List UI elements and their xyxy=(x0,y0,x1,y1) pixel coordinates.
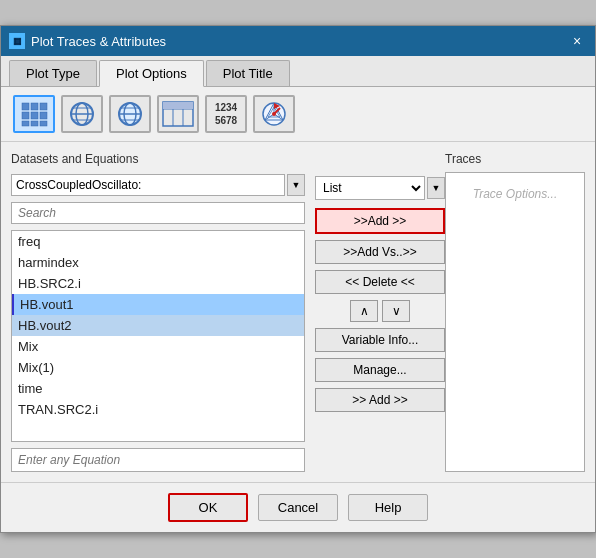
app-icon: ▦ xyxy=(9,33,25,49)
middle-panel: List ▼ >>Add >> >>Add Vs..>> << Delete <… xyxy=(315,152,445,472)
list-item[interactable]: TRAN.SRC2.i xyxy=(12,399,304,420)
list-item[interactable]: harmindex xyxy=(12,252,304,273)
icon-btn-numeric[interactable]: 1234 5678 xyxy=(205,95,247,133)
list-item[interactable]: time xyxy=(12,378,304,399)
close-button[interactable]: × xyxy=(567,31,587,51)
delete-button[interactable]: << Delete << xyxy=(315,270,445,294)
svg-rect-8 xyxy=(40,121,47,126)
icon-btn-table[interactable] xyxy=(157,95,199,133)
variable-list: freq harmindex HB.SRC2.i HB.vout1 HB.vou… xyxy=(11,230,305,442)
manage-button[interactable]: Manage... xyxy=(315,358,445,382)
right-panel: Traces Trace Options... xyxy=(445,152,585,472)
cancel-button[interactable]: Cancel xyxy=(258,494,338,521)
tab-bar: Plot Type Plot Options Plot Title xyxy=(1,56,595,87)
tab-plot-type[interactable]: Plot Type xyxy=(9,60,97,86)
bottom-bar: OK Cancel Help xyxy=(1,482,595,532)
icon-btn-radar[interactable] xyxy=(253,95,295,133)
datasets-label: Datasets and Equations xyxy=(11,152,305,166)
list-item[interactable]: Mix(1) xyxy=(12,357,304,378)
icon-btn-globe2[interactable] xyxy=(109,95,151,133)
dialog-title: Plot Traces & Attributes xyxy=(31,34,166,49)
list-type-dropdown[interactable]: List xyxy=(315,176,425,200)
dataset-dropdown-arrow[interactable]: ▼ xyxy=(287,174,305,196)
bottom-add-button[interactable]: >> Add >> xyxy=(315,388,445,412)
traces-label: Traces xyxy=(445,152,585,166)
tab-plot-options[interactable]: Plot Options xyxy=(99,60,204,87)
title-bar-left: ▦ Plot Traces & Attributes xyxy=(9,33,166,49)
dataset-select-row: CrossCoupledOscillato: ▼ xyxy=(11,174,305,196)
tab-plot-title[interactable]: Plot Title xyxy=(206,60,290,86)
arrow-row: ∧ ∨ xyxy=(315,300,445,322)
add-vs-button[interactable]: >>Add Vs..>> xyxy=(315,240,445,264)
list-item[interactable]: HB.SRC2.i xyxy=(12,273,304,294)
plot-traces-dialog: ▦ Plot Traces & Attributes × Plot Type P… xyxy=(0,25,596,533)
help-button[interactable]: Help xyxy=(348,494,428,521)
svg-point-31 xyxy=(272,112,276,116)
list-dropdown-arrow[interactable]: ▼ xyxy=(427,177,445,199)
list-dropdown-row: List ▼ xyxy=(315,176,445,200)
numeric-label: 1234 5678 xyxy=(215,101,237,127)
radar-icon xyxy=(258,100,290,128)
add-button[interactable]: >>Add >> xyxy=(315,208,445,234)
icon-btn-grid[interactable] xyxy=(13,95,55,133)
icon-btn-globe1[interactable] xyxy=(61,95,103,133)
icon-toolbar: 1234 5678 xyxy=(1,87,595,142)
globe1-icon xyxy=(67,100,97,128)
grid-icon xyxy=(20,101,48,127)
ok-button[interactable]: OK xyxy=(168,493,248,522)
svg-rect-2 xyxy=(40,103,47,110)
svg-rect-3 xyxy=(22,112,29,119)
svg-rect-23 xyxy=(163,102,193,109)
globe2-icon xyxy=(115,100,145,128)
equation-input[interactable] xyxy=(11,448,305,472)
dataset-dropdown[interactable]: CrossCoupledOscillato: xyxy=(11,174,285,196)
svg-rect-4 xyxy=(31,112,38,119)
svg-rect-5 xyxy=(40,112,47,119)
left-panel: Datasets and Equations CrossCoupledOscil… xyxy=(11,152,305,472)
svg-rect-0 xyxy=(22,103,29,110)
svg-rect-6 xyxy=(22,121,29,126)
search-input[interactable] xyxy=(11,202,305,224)
main-content: Datasets and Equations CrossCoupledOscil… xyxy=(1,142,595,482)
trace-options-text: Trace Options... xyxy=(450,177,580,201)
svg-rect-1 xyxy=(31,103,38,110)
list-item[interactable]: HB.vout2 xyxy=(12,315,304,336)
list-item[interactable]: Mix xyxy=(12,336,304,357)
variable-info-button[interactable]: Variable Info... xyxy=(315,328,445,352)
traces-box: Trace Options... xyxy=(445,172,585,472)
table-icon xyxy=(162,101,194,127)
down-arrow-button[interactable]: ∨ xyxy=(382,300,410,322)
title-bar: ▦ Plot Traces & Attributes × xyxy=(1,26,595,56)
list-item[interactable]: freq xyxy=(12,231,304,252)
svg-rect-7 xyxy=(31,121,38,126)
list-item-selected[interactable]: HB.vout1 xyxy=(12,294,304,315)
up-arrow-button[interactable]: ∧ xyxy=(350,300,378,322)
